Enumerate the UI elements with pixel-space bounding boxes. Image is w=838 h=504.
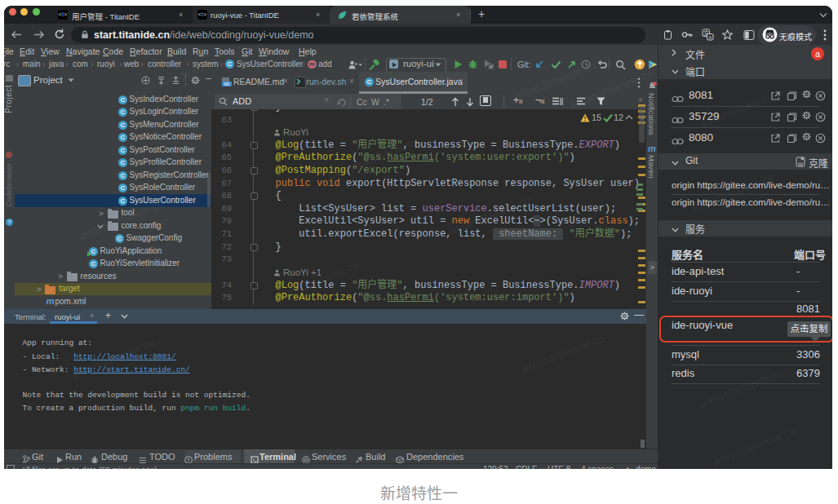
svg-text:A: A [708,35,712,40]
svg-text:MD: MD [224,82,231,86]
